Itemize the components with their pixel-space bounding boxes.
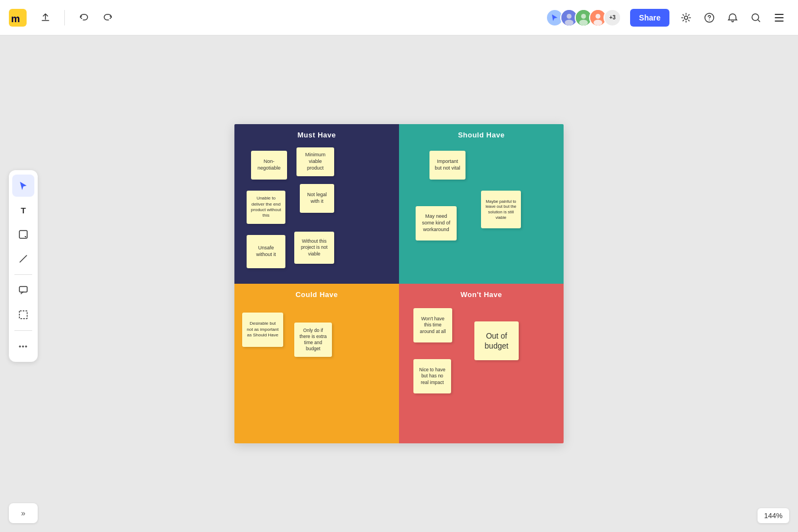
redo-button[interactable] (98, 8, 118, 28)
search-icon-button[interactable] (746, 8, 766, 28)
svg-point-7 (579, 19, 588, 25)
svg-point-10 (594, 19, 602, 25)
svg-rect-15 (775, 17, 784, 18)
svg-rect-18 (19, 287, 27, 292)
share-button[interactable]: Share (630, 9, 669, 27)
zoom-indicator: 144% (758, 508, 789, 523)
sticky-out-of-budget[interactable]: Out of budget (474, 321, 519, 360)
moscow-board: Must Have Non-negotiable Minimum viable … (234, 124, 564, 443)
sticky-mvp[interactable]: Minimum viable product (296, 147, 334, 176)
comment-tool-button[interactable] (12, 279, 34, 301)
svg-point-6 (581, 14, 586, 19)
cursor-tool-button[interactable] (12, 175, 34, 197)
sticky-without-project[interactable]: Without this project is not viable (294, 232, 334, 264)
sticky-painful-leave-out[interactable]: Maybe painful to leave out but the solut… (481, 191, 521, 228)
left-toolbar: T ••• (9, 170, 38, 362)
topbar-right: +3 Share (546, 8, 789, 28)
quadrant-should-have: Should Have Important but not vital Mayb… (399, 124, 564, 284)
sticky-non-negotiable[interactable]: Non-negotiable (251, 151, 287, 180)
svg-rect-19 (19, 311, 27, 319)
svg-point-13 (752, 14, 759, 21)
wont-have-title: Won't Have (406, 290, 557, 299)
undo-button[interactable] (74, 8, 94, 28)
expand-panel-button[interactable]: » (9, 503, 38, 523)
svg-rect-14 (775, 14, 784, 15)
help-icon-button[interactable] (699, 8, 719, 28)
svg-point-12 (709, 19, 710, 21)
divider (64, 10, 65, 25)
quadrant-could-have: Could Have Desirable but not as importan… (234, 284, 399, 443)
sticky-unable[interactable]: Unable to deliver the end product withou… (247, 191, 285, 224)
svg-point-9 (596, 14, 601, 19)
should-have-title: Should Have (406, 131, 557, 139)
topbar: m (0, 0, 798, 35)
sticky-desirable[interactable]: Desirable but not as important as Should… (242, 313, 283, 347)
miro-logo: m (9, 9, 27, 27)
svg-rect-16 (775, 21, 784, 22)
must-have-title: Must Have (241, 131, 392, 139)
settings-icon-button[interactable] (676, 8, 696, 28)
canvas[interactable]: Must Have Non-negotiable Minimum viable … (0, 35, 798, 532)
sticky-nice-to-have[interactable]: Nice to have but has no real impact (413, 359, 451, 393)
svg-point-4 (565, 19, 574, 25)
toolbar-divider-2 (14, 330, 32, 331)
avatar-more: +3 (603, 9, 621, 27)
upload-button[interactable] (35, 8, 55, 28)
svg-text:m: m (11, 13, 20, 24)
sticky-may-need-workaround[interactable]: May need some kind of workaround (416, 206, 457, 241)
more-tools-button[interactable]: ••• (12, 335, 34, 357)
line-tool-button[interactable] (12, 248, 34, 270)
sticky-only-do-extra[interactable]: Only do if there is extra time and budge… (294, 323, 332, 357)
frame-tool-button[interactable] (12, 304, 34, 326)
topbar-left: m (9, 8, 118, 28)
quadrant-must-have: Must Have Non-negotiable Minimum viable … (234, 124, 399, 284)
sticky-not-legal[interactable]: Not legal with it (300, 184, 334, 213)
svg-point-3 (567, 14, 572, 19)
sticky-wont-have-time[interactable]: Won't have this time around at all (413, 308, 452, 342)
text-tool-button[interactable]: T (12, 199, 34, 221)
notifications-icon-button[interactable] (723, 8, 743, 28)
avatar-group: +3 (546, 9, 621, 27)
sticky-unsafe[interactable]: Unsafe without it (247, 235, 285, 268)
board-settings-icon-button[interactable] (769, 8, 789, 28)
toolbar-divider (14, 274, 32, 275)
note-tool-button[interactable] (12, 223, 34, 245)
could-have-title: Could Have (241, 290, 392, 299)
sticky-important-not-vital[interactable]: Important but not vital (429, 151, 466, 180)
quadrant-wont-have: Won't Have Won't have this time around a… (399, 284, 564, 443)
